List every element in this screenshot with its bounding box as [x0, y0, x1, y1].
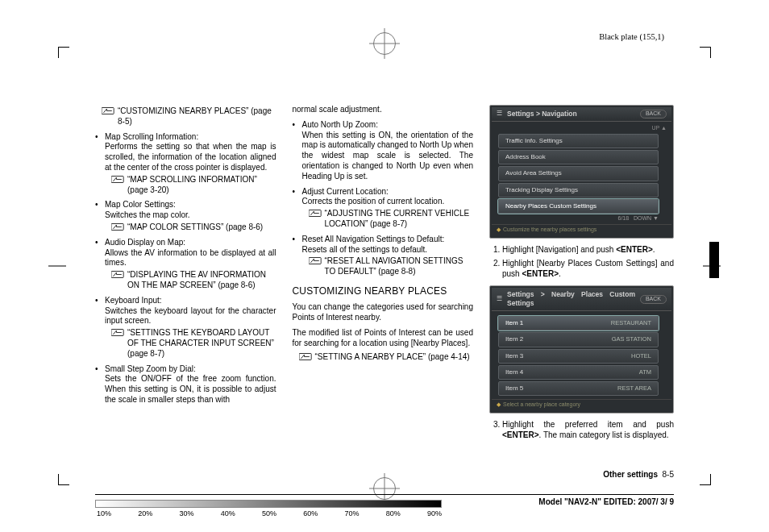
xref: “DISPLAYING THE AV INFORMATION ON THE MA…	[105, 270, 276, 291]
menu-row: Avoid Area Settings	[498, 166, 659, 181]
gradient-labels: 10% 20% 30% 40% 50% 60% 70% 80% 90%	[95, 509, 443, 517]
grad-label: 70%	[344, 509, 359, 517]
item-desc: Corrects the position of current locatio…	[302, 197, 474, 207]
pointer-icon	[111, 222, 124, 231]
xref-text: “ADJUSTING THE CURRENT VEHICLE LOCATION”…	[325, 209, 470, 228]
grad-label: 80%	[386, 509, 401, 517]
pointer-icon	[309, 256, 322, 264]
column-2: normal scale adjustment. Auto North Up Z…	[293, 105, 474, 451]
xref-text: “RESET ALL NAVIGATION SETTINGS TO DEFAUL…	[325, 256, 463, 276]
list-item: Audio Display on Map: Allows the AV info…	[95, 238, 276, 291]
enter-key: <ENTER>	[616, 245, 653, 254]
xref: “ADJUSTING THE CURRENT VEHICLE LOCATION”…	[302, 209, 474, 230]
item-desc: When this setting is ON, the orientation…	[302, 131, 474, 182]
grad-label: 90%	[427, 509, 442, 517]
xref-text: “SETTING A NEARBY PLACE” (page 4-14)	[315, 352, 470, 361]
xref: “CUSTOMIZING NEARBY PLACES” (page 8-5)	[95, 106, 276, 127]
section-name: Other settings	[603, 470, 658, 479]
screenshot-titlebar: ☰ Settings > Navigation BACK	[492, 107, 671, 122]
plate-label: Black plate (155,1)	[599, 32, 664, 41]
list-item: Keyboard Input: Switches the keyboard la…	[95, 296, 276, 360]
xref: “RESET ALL NAVIGATION SETTINGS TO DEFAUL…	[302, 256, 474, 277]
steps-list: Highlight the preferred item and push <E…	[489, 420, 674, 441]
info-icon: ◆	[497, 401, 501, 407]
item-title: Reset All Navigation Settings to Default…	[302, 235, 474, 245]
device-screenshot-1: ☰ Settings > Navigation BACK UP ▲ Traffi…	[489, 105, 674, 239]
item-title: Keyboard Input:	[105, 296, 276, 306]
item-desc: Sets the ON/OFF of the free zoom functio…	[105, 374, 276, 405]
gradient-strip	[95, 500, 442, 508]
item-title: Auto North Up Zoom:	[302, 120, 474, 131]
back-button: BACK	[640, 295, 667, 304]
item-title: Adjust Current Location:	[302, 187, 474, 197]
device-screenshot-2: ☰ Settings > Nearby Places Custom Settin…	[489, 285, 674, 414]
paragraph: The modified list of Points of Interest …	[293, 328, 474, 349]
grad-label: 60%	[303, 509, 318, 517]
list-item: Reset All Navigation Settings to Default…	[293, 235, 474, 277]
pointer-icon	[102, 106, 114, 114]
grad-label: 30%	[179, 509, 193, 517]
column-3: ☰ Settings > Navigation BACK UP ▲ Traffi…	[489, 105, 674, 451]
breadcrumb: Settings > Navigation	[507, 110, 577, 118]
xref: “MAP COLOR SETTINGS” (page 8-6)	[105, 222, 276, 233]
breadcrumb: Settings > Nearby Places Custom Settings	[507, 290, 635, 308]
xref: “SETTING A NEARBY PLACE” (page 4-14)	[293, 352, 474, 363]
menu-icon: ☰	[497, 110, 502, 118]
menu-row: Address Book	[498, 150, 659, 164]
pointer-icon	[111, 270, 124, 278]
column-1: “CUSTOMIZING NEARBY PLACES” (page 8-5) M…	[95, 105, 276, 451]
pointer-icon	[111, 328, 124, 336]
item-title: Map Scrolling Information:	[105, 132, 276, 143]
xref-text: “SETTINGS THE KEYBOARD LAYOUT OF THE CHA…	[127, 328, 274, 358]
pointer-icon	[309, 209, 322, 217]
registration-mark	[373, 32, 396, 55]
menu-row-selected: Nearby Places Custom Settings	[498, 199, 659, 214]
item-desc: Switches the keyboard layout for the cha…	[105, 306, 276, 327]
crop-mark	[58, 474, 69, 485]
menu-row: Item 2GAS STATION	[498, 332, 659, 347]
xref-text: “DISPLAYING THE AV INFORMATION ON THE MA…	[127, 270, 266, 289]
screenshot-footer: ◆Select a nearby place category	[492, 399, 671, 411]
item-desc: Performs the setting so that when the ma…	[105, 142, 276, 172]
step: Highlight the preferred item and push <E…	[502, 420, 674, 441]
side-tick	[48, 266, 66, 267]
page-footer: Other settings 8-5	[95, 470, 674, 479]
row-counter: 6/18 DOWN ▼	[497, 215, 667, 222]
xref: “SETTINGS THE KEYBOARD LAYOUT OF THE CHA…	[105, 328, 276, 359]
crop-mark	[700, 47, 711, 58]
list-item: Map Color Settings: Switches the map col…	[95, 200, 276, 232]
grad-label: 20%	[138, 509, 152, 517]
screenshot-footer: ◆Customize the nearby places settings	[492, 224, 671, 236]
item-desc: Resets all of the settings to default.	[302, 245, 474, 256]
xref-text: “MAP SCROLLING INFORMATION” (page 3-20)	[127, 175, 257, 194]
menu-icon: ☰	[497, 295, 502, 303]
info-icon: ◆	[497, 227, 501, 232]
list-item: Auto North Up Zoom: When this setting is…	[293, 120, 474, 182]
crop-mark	[58, 47, 69, 58]
xref-text: “CUSTOMIZING NEARBY PLACES” (page 8-5)	[118, 106, 272, 126]
step: Highlight [Nearby Places Custom Settings…	[502, 259, 674, 280]
continuation-text: normal scale adjustment.	[293, 105, 474, 115]
menu-row-selected: Item 1RESTAURANT	[498, 316, 659, 330]
item-title: Small Step Zoom by Dial:	[105, 364, 276, 375]
xref-text: “MAP COLOR SETTINGS” (page 8-6)	[127, 222, 263, 231]
section-heading: CUSTOMIZING NEARBY PLACES	[293, 285, 474, 297]
grad-label: 10%	[97, 509, 111, 517]
page-number: 8-5	[663, 470, 674, 479]
menu-row: Traffic Info. Settings	[498, 134, 659, 148]
grad-label: 50%	[262, 509, 276, 517]
item-desc: Allows the AV information to be displaye…	[105, 248, 276, 269]
calibration-bar: 10% 20% 30% 40% 50% 60% 70% 80% 90%	[95, 500, 443, 517]
paragraph: You can change the categories used for s…	[293, 302, 474, 323]
pointer-icon	[299, 352, 312, 360]
back-button: BACK	[640, 110, 667, 118]
list-item: Small Step Zoom by Dial: Sets the ON/OFF…	[95, 364, 276, 405]
screenshot-body: Item 1RESTAURANT Item 2GAS STATION Item …	[492, 311, 671, 399]
enter-key: <ENTER>	[502, 430, 539, 439]
item-title: Audio Display on Map:	[105, 238, 276, 248]
list-item: Map Scrolling Information: Performs the …	[95, 132, 276, 196]
grad-label: 40%	[221, 509, 235, 517]
menu-row: Item 4ATM	[498, 365, 659, 380]
screenshot-titlebar: ☰ Settings > Nearby Places Custom Settin…	[492, 288, 671, 311]
screenshot-body: UP ▲ Traffic Info. Settings Address Book…	[492, 122, 671, 224]
